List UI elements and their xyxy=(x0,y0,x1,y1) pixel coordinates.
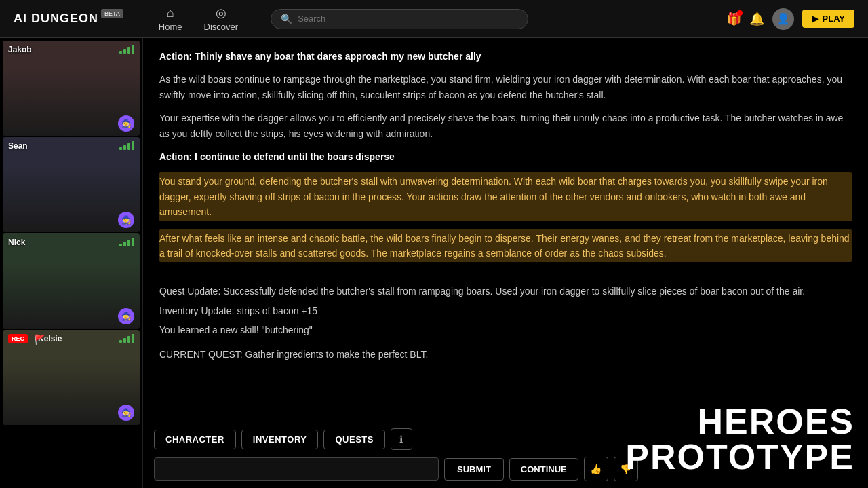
navbar: AI DUNGEON BETA ⌂ Home ◎ Discover 🔍 🎁 🔔 … xyxy=(0,0,868,38)
avatar[interactable]: 👤 xyxy=(772,8,794,30)
inventory-update-text: Inventory Update: strips of bacon +15 xyxy=(159,303,852,318)
bar4 xyxy=(132,141,134,150)
sidebar: Jakob 🧙 Sean 🧙 Nick xyxy=(0,38,142,488)
person-name-sean: Sean xyxy=(8,141,28,151)
story-highlight-2: After what feels like an intense and cha… xyxy=(159,229,852,263)
quests-button[interactable]: QUESTS xyxy=(323,430,384,449)
flag-icon: 🚩 xyxy=(34,334,45,345)
play-icon: ▶ xyxy=(812,14,818,24)
submit-button[interactable]: SUBMIT xyxy=(444,458,504,481)
search-bar[interactable]: 🔍 xyxy=(271,9,528,29)
info-button[interactable]: ℹ xyxy=(391,428,412,450)
input-row: SUBMIT CONTINUE 👍 👎 xyxy=(154,457,857,481)
action-text-2: Action: I continue to defend until the b… xyxy=(159,149,852,164)
bell-button[interactable]: 🔔 xyxy=(749,12,764,26)
signal-bars-jakob xyxy=(119,45,134,54)
bar2 xyxy=(123,145,126,150)
video-panel-jakob: Jakob 🧙 xyxy=(3,41,140,136)
bar3 xyxy=(127,47,130,54)
logo-area: AI DUNGEON BETA xyxy=(14,12,123,26)
bar4 xyxy=(132,334,134,343)
bar4 xyxy=(132,45,134,54)
kelsie-char-avatar: 🧙 xyxy=(118,405,134,421)
search-input[interactable] xyxy=(298,14,518,24)
story-para-2: Your expertise with the dagger allows yo… xyxy=(159,111,852,141)
discover-icon: ◎ xyxy=(216,5,226,20)
nav-items: ⌂ Home ◎ Discover xyxy=(151,3,246,35)
bar4 xyxy=(132,238,134,246)
content: Action: Thinly shave any boar that dares… xyxy=(142,38,868,488)
quest-update-text: Quest Update: Successfully defended the … xyxy=(159,284,852,299)
search-icon: 🔍 xyxy=(281,14,292,24)
logo-text: AI DUNGEON xyxy=(14,12,98,26)
play-button[interactable]: ▶ PLAY xyxy=(802,10,854,28)
bar1 xyxy=(119,244,122,246)
video-panel-nick: Nick 🧙 xyxy=(3,233,140,329)
person-name-jakob: Jakob xyxy=(8,45,32,54)
bar3 xyxy=(127,240,130,246)
bottom-buttons-row: CHARACTER INVENTORY QUESTS ℹ xyxy=(154,428,857,450)
rec-badge: REC xyxy=(8,334,28,343)
signal-bars-kelsie xyxy=(119,334,134,343)
story-para-1: As the wild boars continue to rampage th… xyxy=(159,72,852,102)
thumbs-up-button[interactable]: 👍 xyxy=(584,457,608,481)
story-highlight-1: You stand your ground, defending the but… xyxy=(159,172,852,221)
bar2 xyxy=(123,242,126,246)
nav-discover[interactable]: ◎ Discover xyxy=(196,3,247,35)
character-button[interactable]: CHARACTER xyxy=(154,430,236,449)
gift-notif-dot xyxy=(737,10,743,16)
jakob-char-avatar: 🧙 xyxy=(118,115,134,132)
video-panel-kelsie: REC 🚩 Kelsie 🧙 xyxy=(3,330,140,425)
bottom-bar: CHARACTER INVENTORY QUESTS ℹ SUBMIT CONT… xyxy=(143,421,868,488)
story-area: Action: Thinly shave any boar that dares… xyxy=(143,38,868,421)
main-layout: Jakob 🧙 Sean 🧙 Nick xyxy=(0,38,868,488)
bar2 xyxy=(123,49,126,54)
content-wrapper: Action: Thinly shave any boar that dares… xyxy=(142,38,868,488)
action-text-1: Action: Thinly shave any boar that dares… xyxy=(159,49,852,64)
play-label: PLAY xyxy=(823,14,845,24)
bar2 xyxy=(123,338,126,343)
discover-label: Discover xyxy=(204,22,239,32)
inventory-button[interactable]: INVENTORY xyxy=(241,430,319,449)
action-input[interactable] xyxy=(154,457,439,481)
gift-button[interactable]: 🎁 xyxy=(726,12,741,26)
bar1 xyxy=(119,51,122,54)
home-icon: ⌂ xyxy=(167,6,174,20)
bar3 xyxy=(127,336,130,343)
sean-char-avatar: 🧙 xyxy=(118,212,134,228)
video-panel-sean: Sean 🧙 xyxy=(3,137,140,232)
signal-bars-sean xyxy=(119,141,134,150)
continue-button[interactable]: CONTINUE xyxy=(509,458,578,481)
nav-right: 🎁 🔔 👤 ▶ PLAY xyxy=(726,8,854,30)
signal-bars-nick xyxy=(119,238,134,246)
home-label: Home xyxy=(159,22,182,32)
nav-home[interactable]: ⌂ Home xyxy=(151,3,191,35)
highlight-gold-1: You stand your ground, defending the but… xyxy=(159,172,852,221)
person-name-nick: Nick xyxy=(8,238,25,247)
highlight-gold-2: After what feels like an intense and cha… xyxy=(159,229,852,263)
bar1 xyxy=(119,340,122,343)
beta-badge: BETA xyxy=(101,9,123,18)
skill-learned-text: You learned a new skill! "butchering" xyxy=(159,322,852,337)
bar3 xyxy=(127,143,130,150)
current-quest-text: CURRENT QUEST: Gather ingredients to mak… xyxy=(159,347,852,362)
nick-char-avatar: 🧙 xyxy=(118,308,134,324)
bar1 xyxy=(119,147,122,150)
thumbs-down-button[interactable]: 👎 xyxy=(614,457,638,481)
